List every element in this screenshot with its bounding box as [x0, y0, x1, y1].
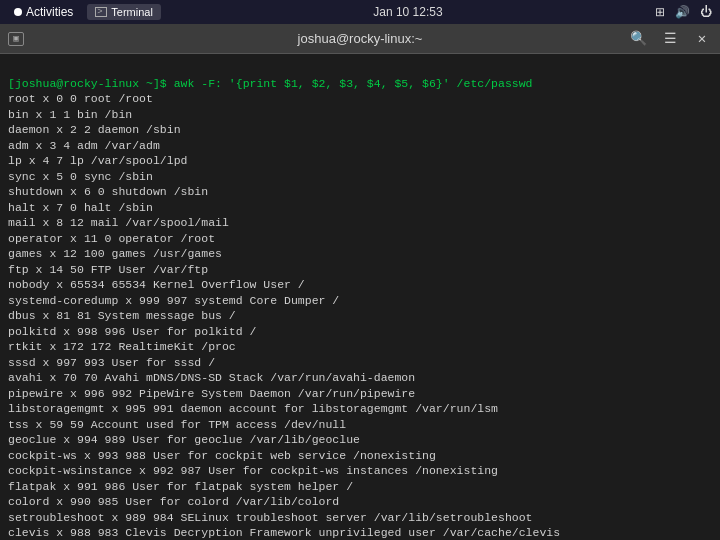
- output-line: flatpak x 991 986 User for flatpak syste…: [8, 479, 712, 495]
- window-titlebar: ▣ joshua@rocky-linux:~ 🔍 ☰ ✕: [0, 24, 720, 54]
- system-bar-clock: Jan 10 12:53: [373, 5, 442, 19]
- output-line: daemon x 2 2 daemon /sbin: [8, 122, 712, 138]
- activities-label: Activities: [26, 5, 73, 19]
- search-button[interactable]: 🔍: [628, 29, 648, 49]
- output-line: shutdown x 6 0 shutdown /sbin: [8, 184, 712, 200]
- menu-button[interactable]: ☰: [660, 29, 680, 49]
- output-line: geoclue x 994 989 User for geoclue /var/…: [8, 432, 712, 448]
- activities-button[interactable]: Activities: [8, 3, 79, 21]
- output-line: ftp x 14 50 FTP User /var/ftp: [8, 262, 712, 278]
- output-line: root x 0 0 root /root: [8, 91, 712, 107]
- output-line: clevis x 988 983 Clevis Decryption Frame…: [8, 525, 712, 540]
- output-line: lp x 4 7 lp /var/spool/lpd: [8, 153, 712, 169]
- output-line: polkitd x 998 996 User for polkitd /: [8, 324, 712, 340]
- output-line: colord x 990 985 User for colord /var/li…: [8, 494, 712, 510]
- output-line: sync x 5 0 sync /sbin: [8, 169, 712, 185]
- output-line: adm x 3 4 adm /var/adm: [8, 138, 712, 154]
- output-line: tss x 59 59 Account used for TPM access …: [8, 417, 712, 433]
- terminal-tab-icon: [95, 7, 107, 17]
- output-line: rtkit x 172 172 RealtimeKit /proc: [8, 339, 712, 355]
- titlebar-controls: 🔍 ☰ ✕: [628, 29, 712, 49]
- output-line: setroubleshoot x 989 984 SELinux trouble…: [8, 510, 712, 526]
- output-line: nobody x 65534 65534 Kernel Overflow Use…: [8, 277, 712, 293]
- terminal-content[interactable]: [joshua@rocky-linux ~]$ awk -F: '{print …: [0, 54, 720, 540]
- output-line: bin x 1 1 bin /bin: [8, 107, 712, 123]
- output-line: operator x 11 0 operator /root: [8, 231, 712, 247]
- output-line: libstoragemgmt x 995 991 daemon account …: [8, 401, 712, 417]
- close-button[interactable]: ✕: [692, 29, 712, 49]
- titlebar-left: ▣: [8, 32, 28, 46]
- output-line: games x 12 100 games /usr/games: [8, 246, 712, 262]
- volume-icon: 🔊: [675, 5, 690, 19]
- output-line: halt x 7 0 halt /sbin: [8, 200, 712, 216]
- output-line: systemd-coredump x 999 997 systemd Core …: [8, 293, 712, 309]
- system-bar-right: ⊞ 🔊 ⏻: [655, 5, 712, 19]
- output-line: cockpit-wsinstance x 992 987 User for co…: [8, 463, 712, 479]
- output-line: sssd x 997 993 User for sssd /: [8, 355, 712, 371]
- system-bar: Activities Terminal Jan 10 12:53 ⊞ 🔊 ⏻: [0, 0, 720, 24]
- output-line: dbus x 81 81 System message bus /: [8, 308, 712, 324]
- output-line: avahi x 70 70 Avahi mDNS/DNS-SD Stack /v…: [8, 370, 712, 386]
- output-line: mail x 8 12 mail /var/spool/mail: [8, 215, 712, 231]
- activities-icon: [14, 8, 22, 16]
- terminal-tab-label: Terminal: [111, 6, 153, 18]
- output-line: pipewire x 996 992 PipeWire System Daemo…: [8, 386, 712, 402]
- power-icon: ⏻: [700, 5, 712, 19]
- window-title: joshua@rocky-linux:~: [298, 31, 423, 46]
- terminal-tab[interactable]: Terminal: [87, 4, 161, 20]
- window-icon: ▣: [8, 32, 24, 46]
- network-icon: ⊞: [655, 5, 665, 19]
- system-bar-left: Activities Terminal: [8, 3, 161, 21]
- output-line: cockpit-ws x 993 988 User for cockpit we…: [8, 448, 712, 464]
